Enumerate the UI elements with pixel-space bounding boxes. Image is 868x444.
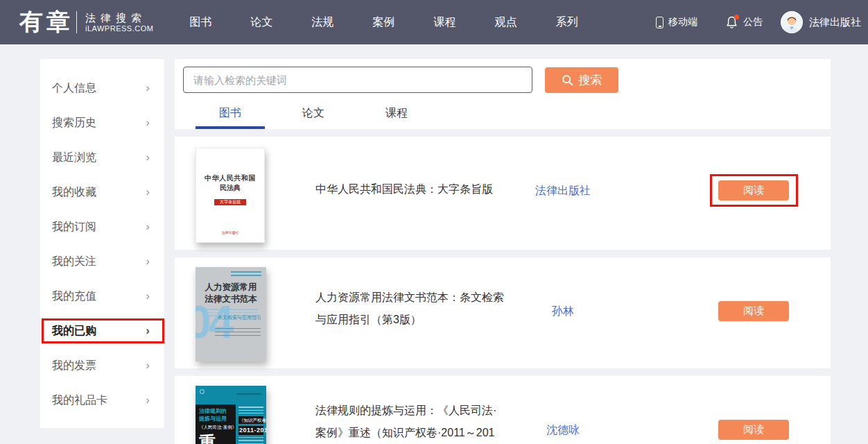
topbar: 有章 法律搜索 iLAWPRESS.COM 图书 论文 法规 案例 课程 观点 …	[0, 0, 868, 44]
nav-item-courses[interactable]: 课程	[433, 15, 455, 30]
book-row: 中华人民共和国 民法典 大字条旨版 法律出版社 中华人民共和国民法典：大字条旨版…	[175, 137, 831, 250]
account-sidebar: 个人信息 › 搜索历史 › 最近浏览 › 我的收藏 › 我的订阅 › 我的关注 …	[40, 59, 164, 428]
tab-courses[interactable]: 课程	[362, 101, 431, 129]
logo-divider	[76, 11, 77, 33]
sidebar-item-subscriptions[interactable]: 我的订阅 ›	[40, 210, 164, 244]
notification-dot	[734, 15, 739, 19]
book-author-link[interactable]: 孙林	[507, 305, 618, 318]
tab-papers[interactable]: 论文	[279, 101, 348, 129]
chevron-right-icon: ›	[146, 81, 150, 95]
sidebar-item-purchased[interactable]: 我的已购 ›	[40, 314, 164, 348]
nav-item-statutes[interactable]: 法规	[311, 15, 333, 30]
site-logo[interactable]: 有章 法律搜索 iLAWPRESS.COM	[19, 6, 153, 38]
book-cover-hr-documents[interactable]: 人力资源常用 法律文书范本 04 条文检索与应用指引	[196, 267, 266, 361]
cover-decoration	[238, 407, 263, 413]
chevron-right-icon: ›	[146, 185, 150, 199]
brand-name: 有章	[19, 6, 73, 38]
chevron-right-icon: ›	[146, 255, 150, 268]
search-button[interactable]: 搜索	[545, 67, 618, 93]
book-author-link[interactable]: 法律出版社	[507, 184, 618, 198]
read-button[interactable]: 阅读	[718, 180, 789, 200]
phone-icon	[656, 17, 663, 28]
search-input[interactable]	[183, 67, 532, 93]
logo-tagline: 法律搜索	[85, 12, 153, 24]
sidebar-item-following[interactable]: 我的关注 ›	[40, 244, 164, 279]
sidebar-item-favorites[interactable]: 我的收藏 ›	[40, 175, 164, 210]
chevron-right-icon: ›	[146, 324, 150, 338]
search-button-label: 搜索	[579, 72, 602, 88]
tab-books[interactable]: 图书	[196, 101, 265, 129]
username: 法律出版社	[809, 16, 861, 29]
notice-link[interactable]: 公告	[725, 15, 763, 29]
user-menu[interactable]: 法律出版社	[781, 11, 861, 33]
nav-item-series[interactable]: 系列	[555, 15, 578, 30]
book-row: 法律规则的 提炼与运用 《人民司法·案例》 重述 《知识产权卷》 2011-20…	[175, 376, 831, 444]
sidebar-item-gift-cards[interactable]: 我的礼品卡 ›	[40, 383, 164, 418]
mobile-link[interactable]: 移动端	[656, 16, 697, 28]
chevron-right-icon: ›	[146, 116, 150, 130]
result-tabs: 图书 论文 课程	[196, 101, 431, 129]
nav-item-books[interactable]: 图书	[189, 15, 211, 30]
book-cover-civil-code[interactable]: 中华人民共和国 民法典 大字条旨版 法律出版社	[196, 148, 265, 243]
mobile-label: 移动端	[668, 16, 697, 28]
sidebar-item-search-history[interactable]: 搜索历史 ›	[40, 105, 164, 140]
sidebar-item-recharge[interactable]: 我的充值 ›	[40, 279, 164, 314]
page: 有章 法律搜索 iLAWPRESS.COM 图书 论文 法规 案例 课程 观点 …	[0, 0, 868, 444]
cover-decoration	[215, 328, 261, 339]
nav-item-papers[interactable]: 论文	[250, 15, 272, 30]
read-button[interactable]: 阅读	[718, 301, 789, 321]
read-button[interactable]: 阅读	[718, 420, 789, 440]
sidebar-item-recently-viewed[interactable]: 最近浏览 ›	[40, 140, 164, 175]
nav-item-cases[interactable]: 案例	[372, 15, 394, 30]
chevron-right-icon: ›	[146, 220, 150, 234]
logo-domain: iLAWPRESS.COM	[85, 24, 153, 33]
bell-icon	[725, 15, 738, 29]
sidebar-item-profile[interactable]: 个人信息 ›	[40, 71, 164, 105]
notice-label: 公告	[743, 16, 763, 28]
user-avatar	[781, 11, 803, 33]
cover-decoration	[238, 437, 263, 444]
topbar-right: 移动端 公告	[656, 11, 861, 33]
book-row: 人力资源常用 法律文书范本 04 条文检索与应用指引 人力资源常用法律文书范本：…	[175, 257, 831, 368]
chevron-right-icon: ›	[146, 393, 150, 407]
cover-publisher-mark: 法律出版社	[196, 230, 264, 234]
book-title[interactable]: 法律规则的提炼与运用：《人民司法· 案例》重述（知识产权卷·2011～201	[315, 400, 551, 444]
chevron-right-icon: ›	[146, 289, 150, 303]
cover-title-band: 法律规则的 提炼与运用 《人民司法·案例》 重述	[196, 404, 236, 444]
book-cover-case-restatement[interactable]: 法律规则的 提炼与运用 《人民司法·案例》 重述 《知识产权卷》 2011-20…	[196, 386, 266, 444]
cover-decoration	[231, 271, 261, 276]
search-panel: 搜索 图书 论文 课程	[175, 59, 831, 129]
sidebar-item-invoices[interactable]: 我的发票 ›	[40, 348, 164, 383]
cover-right-column: 《知识产权卷》 2011-2015	[238, 407, 263, 444]
main-nav: 图书 论文 法规 案例 课程 观点 系列	[189, 15, 578, 30]
chevron-right-icon: ›	[146, 151, 150, 164]
cover-decoration	[200, 389, 205, 394]
search-icon	[562, 74, 574, 87]
cover-badge: 大字条旨版	[214, 199, 246, 205]
book-author-link[interactable]: 沈德咏	[507, 423, 618, 437]
chevron-right-icon: ›	[146, 359, 150, 373]
cover-decoration	[236, 393, 261, 395]
nav-item-opinions[interactable]: 观点	[494, 15, 517, 30]
